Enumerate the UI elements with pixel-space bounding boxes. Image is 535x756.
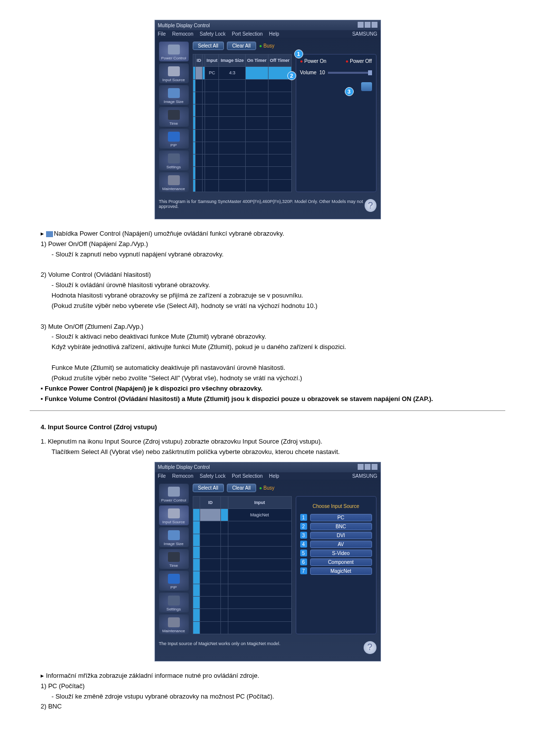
sidebar-item-input[interactable]: Input Source	[159, 63, 189, 83]
image-icon	[168, 530, 180, 540]
maintenance-icon	[168, 175, 180, 185]
maintenance-icon	[168, 617, 180, 627]
footer: The Input source of MagicNet works only …	[155, 638, 380, 661]
sidebar-item-time[interactable]: Time	[159, 549, 189, 569]
pip-icon	[168, 132, 180, 142]
select-all-button[interactable]: Select All	[193, 42, 224, 50]
menu-port[interactable]: Port Selection	[232, 31, 263, 37]
help-icon[interactable]: ?	[365, 199, 376, 212]
source-pc[interactable]: PC	[310, 514, 372, 521]
clear-all-button[interactable]: Clear All	[227, 42, 256, 50]
doc-text-2: Informační mřížka zobrazuje základní inf…	[30, 671, 505, 711]
time-icon	[168, 110, 180, 120]
power-on-radio[interactable]: Power On	[300, 58, 326, 64]
sidebar-item-pip[interactable]: PIP	[159, 129, 189, 149]
menu-remocon[interactable]: Remocon	[172, 473, 193, 479]
volume-slider[interactable]	[328, 72, 372, 74]
time-icon	[168, 552, 180, 562]
image-icon	[168, 88, 180, 98]
callout-1: 1	[294, 50, 303, 58]
app-window-power: Multiple Display Control File Remocon Sa…	[155, 20, 381, 219]
input-icon	[168, 66, 180, 76]
busy-indicator: Busy	[259, 485, 274, 491]
display-grid[interactable]: ID Input MagicNet	[193, 496, 292, 634]
callout-3: 3	[345, 87, 354, 96]
help-icon[interactable]: ?	[364, 641, 376, 654]
power-icon	[168, 487, 180, 497]
titlebar: Multiple Display Control	[155, 462, 380, 472]
menu-file[interactable]: File	[158, 31, 166, 37]
sidebar-item-power[interactable]: Power Control	[159, 484, 189, 504]
sidebar: Power Control Input Source Image Size Ti…	[159, 484, 189, 634]
input-icon	[168, 508, 180, 518]
volume-label: Volume	[300, 70, 317, 75]
callout-2: 2	[287, 71, 296, 80]
input-source-panel: Choose Input Source 1PC 2BNC 3DVI 4AV 5S…	[296, 496, 376, 634]
menubar: File Remocon Safety Lock Port Selection …	[155, 472, 380, 480]
sidebar: Power Control Input Source Image Size Ti…	[159, 42, 189, 192]
source-magicnet[interactable]: MagicNet	[310, 567, 372, 575]
sidebar-item-settings[interactable]: Settings	[159, 151, 189, 170]
menubar: File Remocon Safety Lock Port Selection …	[155, 30, 380, 38]
menu-safety[interactable]: Safety Lock	[200, 473, 225, 479]
titlebar: Multiple Display Control	[155, 20, 380, 30]
power-panel: 1 Power On Power Off 2 Volume 10 3	[296, 54, 376, 192]
mute-button[interactable]	[361, 82, 372, 91]
window-title: Multiple Display Control	[158, 464, 210, 470]
doc-text: Nabídka Power Control (Napájení) umožňuj…	[30, 229, 505, 457]
menu-port[interactable]: Port Selection	[232, 473, 263, 479]
display-grid[interactable]: ID Input Image Size On Timer Off Timer P…	[193, 54, 292, 192]
sidebar-item-time[interactable]: Time	[159, 107, 189, 127]
sidebar-item-maintenance[interactable]: Maintenance	[159, 172, 189, 192]
footer-text: The Input source of MagicNet works only …	[159, 641, 281, 646]
footer: This Program is for Samsung SyncMaster 4…	[155, 196, 380, 219]
power-mini-icon	[46, 231, 53, 237]
settings-icon	[168, 153, 180, 163]
brand-label: SAMSUNG	[352, 31, 377, 37]
select-all-button[interactable]: Select All	[193, 484, 224, 492]
divider	[30, 410, 505, 411]
settings-icon	[168, 596, 180, 605]
sidebar-item-input[interactable]: Input Source	[159, 505, 189, 525]
busy-indicator: Busy	[259, 43, 274, 49]
source-component[interactable]: Component	[310, 558, 372, 566]
source-dvi[interactable]: DVI	[310, 532, 372, 539]
menu-file[interactable]: File	[158, 473, 166, 479]
footer-text: This Program is for Samsung SyncMaster 4…	[159, 199, 365, 209]
sidebar-item-settings[interactable]: Settings	[159, 593, 189, 612]
source-svideo[interactable]: S-Video	[310, 550, 372, 557]
app-window-input: Multiple Display Control File Remocon Sa…	[155, 462, 381, 661]
section-4-title: 4. Input Source Control (Zdroj vstupu)	[30, 423, 505, 432]
volume-value: 10	[320, 70, 325, 75]
sidebar-item-image[interactable]: Image Size	[159, 85, 189, 105]
menu-help[interactable]: Help	[269, 31, 279, 37]
window-title: Multiple Display Control	[158, 23, 210, 28]
pip-icon	[168, 574, 180, 584]
menu-safety[interactable]: Safety Lock	[200, 31, 225, 37]
panel-title: Choose Input Source	[300, 504, 372, 509]
menu-help[interactable]: Help	[269, 473, 279, 479]
source-bnc[interactable]: BNC	[310, 523, 372, 530]
sidebar-item-image[interactable]: Image Size	[159, 527, 189, 547]
source-av[interactable]: AV	[310, 541, 372, 548]
menu-remocon[interactable]: Remocon	[172, 31, 193, 37]
brand-label: SAMSUNG	[352, 473, 377, 479]
power-off-radio[interactable]: Power Off	[345, 58, 372, 64]
sidebar-item-pip[interactable]: PIP	[159, 571, 189, 591]
sidebar-item-power[interactable]: Power Control	[159, 42, 189, 61]
clear-all-button[interactable]: Clear All	[227, 484, 256, 492]
window-controls[interactable]	[357, 22, 377, 29]
sidebar-item-maintenance[interactable]: Maintenance	[159, 614, 189, 634]
power-icon	[168, 45, 180, 54]
window-controls[interactable]	[357, 464, 377, 471]
